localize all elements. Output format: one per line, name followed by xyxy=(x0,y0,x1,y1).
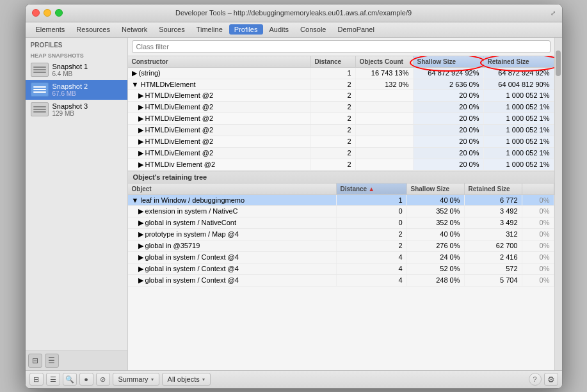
scrollbar-thumb[interactable] xyxy=(556,51,561,76)
table-header-wrapper: Constructor Distance Objects Count Shall… xyxy=(128,56,554,68)
block-button[interactable]: ⊘ xyxy=(96,373,110,386)
bottom-table-row[interactable]: ▶ global in system / Context @4 4 52 0% … xyxy=(128,263,554,275)
table-row[interactable]: ▶ HTMLDivElement @2 2 20 0% 1 000 052 1% xyxy=(128,102,554,113)
summary-dropdown[interactable]: Summary ▾ xyxy=(113,373,159,386)
td-constructor: ▶ HTMLDivElement @2 xyxy=(128,113,311,124)
gear-button[interactable]: ⚙ xyxy=(544,373,558,386)
record-button[interactable]: ⊟ xyxy=(29,373,44,386)
snapshot-2[interactable]: Snapshot 2 67.6 MB xyxy=(26,80,127,100)
bth-extra xyxy=(522,184,554,194)
table-row[interactable]: ▶ HTMLDiv Element @2 2 20 0% 1 000 052 1… xyxy=(128,159,554,171)
bottom-table-row[interactable]: ▶ extension in system / NativeC 0 352 0%… xyxy=(128,206,554,217)
table-row[interactable]: ▶ HTMLDivElement @2 2 20 0% 1 000 052 1% xyxy=(128,125,554,136)
retaining-tree-divider: Object's retaining tree xyxy=(128,171,554,184)
btd-distance: 4 xyxy=(337,275,407,286)
td-shallow: 20 0% xyxy=(414,102,484,113)
td-retained: 1 000 052 1% xyxy=(484,125,554,136)
td-shallow: 20 0% xyxy=(414,113,484,124)
btd-object: ▶ extension in system / NativeC xyxy=(128,206,337,217)
td-constructor: ▶ HTMLDivElement @2 xyxy=(128,148,311,159)
td-distance: 2 xyxy=(311,148,356,159)
btd-retained-pct: 0% xyxy=(522,229,554,240)
sidebar-list-btn[interactable]: ☰ xyxy=(45,354,59,368)
all-objects-dropdown[interactable]: All objects ▾ xyxy=(162,373,211,386)
search-button[interactable]: 🔍 xyxy=(63,373,77,386)
td-shallow: 20 0% xyxy=(414,159,484,170)
table-row[interactable]: ▶ HTMLDivElement @2 2 20 0% 1 000 052 1% xyxy=(128,136,554,148)
top-table-rows: ▶ (string) 1 16 743 13% 64 872 924 92% 6… xyxy=(128,68,554,171)
top-table: Constructor Distance Objects Count Shall… xyxy=(128,56,554,171)
btd-object: ▼ leaf in Window / debuggingmemo xyxy=(128,195,337,205)
menu-sources[interactable]: Sources xyxy=(154,24,189,35)
snapshot-2-icon xyxy=(31,82,49,97)
btd-retained: 3 492 xyxy=(465,206,522,217)
bottom-table-header: Object Distance ▲ Shallow Size Retained … xyxy=(128,184,554,195)
bottom-table-row[interactable]: ▶ global in @35719 2 276 0% 62 700 0% xyxy=(128,240,554,252)
scrollbar[interactable] xyxy=(554,38,562,370)
th-shallow-label: Shallow Size xyxy=(417,58,456,65)
bth-shallow: Shallow Size xyxy=(407,184,465,194)
menu-timeline[interactable]: Timeline xyxy=(191,24,228,35)
td-distance: 1 xyxy=(311,68,356,79)
bottom-table-row[interactable]: ▶ global in system / NativeCont 0 352 0%… xyxy=(128,217,554,229)
td-count xyxy=(356,90,414,101)
table-row[interactable]: ▶ HTMLDivElement @2 2 20 0% 1 000 052 1% xyxy=(128,90,554,102)
minimize-button[interactable] xyxy=(44,9,51,17)
snapshot-3-size: 129 MB xyxy=(52,110,88,117)
snapshot-1-icon xyxy=(31,63,49,77)
td-count xyxy=(356,136,414,147)
sidebar-section: HEAP SNAPSHOTS xyxy=(26,50,127,60)
td-count xyxy=(356,102,414,113)
sidebar-title: Profiles xyxy=(26,38,127,50)
td-retained: 1 000 052 1% xyxy=(484,136,554,147)
table-row[interactable]: ▶ HTMLDivElement @2 2 20 0% 1 000 052 1% xyxy=(128,113,554,125)
td-shallow: 20 0% xyxy=(414,90,484,101)
th-retained-label: Retained Size xyxy=(488,58,529,65)
menu-network[interactable]: Network xyxy=(117,24,152,35)
table-row[interactable]: ▼ HTMLDivElement 2 132 0% 2 636 0% 64 00… xyxy=(128,79,554,90)
th-objects-count: Objects Count xyxy=(356,56,414,67)
menu-audits[interactable]: Audits xyxy=(264,24,294,35)
snapshot-2-size: 67.6 MB xyxy=(52,90,88,97)
btd-shallow: 24 0% xyxy=(407,252,465,263)
btd-distance: 0 xyxy=(337,217,407,228)
menu-resources[interactable]: Resources xyxy=(71,24,115,35)
bth-object: Object xyxy=(128,184,337,194)
btd-distance: 2 xyxy=(337,229,407,240)
btd-distance: 1 xyxy=(337,195,407,205)
menu-console[interactable]: Console xyxy=(295,24,331,35)
title-bar: Developer Tools – http://debuggingmemory… xyxy=(26,4,562,22)
table-row[interactable]: ▶ (string) 1 16 743 13% 64 872 924 92% 6… xyxy=(128,68,554,79)
window-title: Developer Tools – http://debuggingmemory… xyxy=(175,9,412,17)
td-retained: 1 000 052 1% xyxy=(484,159,554,170)
sidebar-record-btn[interactable]: ⊟ xyxy=(28,354,42,368)
table-row[interactable]: ▶ HTMLDivElement @2 2 20 0% 1 000 052 1% xyxy=(128,148,554,159)
td-constructor: ▶ HTMLDivElement @2 xyxy=(128,90,311,101)
bottom-table-row[interactable]: ▶ global in system / Context @4 4 248 0%… xyxy=(128,275,554,286)
list-button[interactable]: ☰ xyxy=(46,373,60,386)
td-retained: 1 000 052 1% xyxy=(484,90,554,101)
btd-retained: 312 xyxy=(465,229,522,240)
menu-profiles[interactable]: Profiles xyxy=(229,24,263,35)
snapshot-1[interactable]: Snapshot 1 6.4 MB xyxy=(26,60,127,80)
help-button[interactable]: ? xyxy=(529,373,542,386)
btd-retained-pct: 0% xyxy=(522,195,554,205)
maximize-button[interactable] xyxy=(55,9,63,17)
th-distance: Distance xyxy=(311,56,356,67)
bottom-table-row[interactable]: ▶ global in system / Context @4 4 24 0% … xyxy=(128,252,554,263)
menu-elements[interactable]: Elements xyxy=(31,24,70,35)
close-button[interactable] xyxy=(32,9,40,17)
btd-distance: 0 xyxy=(337,206,407,217)
td-shallow: 20 0% xyxy=(414,148,484,159)
td-count: 132 0% xyxy=(356,79,414,90)
bottom-table-row[interactable]: ▼ leaf in Window / debuggingmemo 1 40 0%… xyxy=(128,195,554,206)
expand-icon[interactable]: ⤢ xyxy=(551,10,556,17)
btd-retained-pct: 0% xyxy=(522,275,554,286)
class-filter-input[interactable] xyxy=(132,40,551,53)
stop-button[interactable]: ● xyxy=(79,373,93,386)
snapshot-3[interactable]: Snapshot 3 129 MB xyxy=(26,100,127,120)
bottom-table-row[interactable]: ▶ prototype in system / Map @4 2 40 0% 3… xyxy=(128,229,554,240)
menu-demopanel[interactable]: DemoPanel xyxy=(332,24,379,35)
btd-shallow: 276 0% xyxy=(407,240,465,251)
td-constructor: ▶ (string) xyxy=(128,68,311,79)
